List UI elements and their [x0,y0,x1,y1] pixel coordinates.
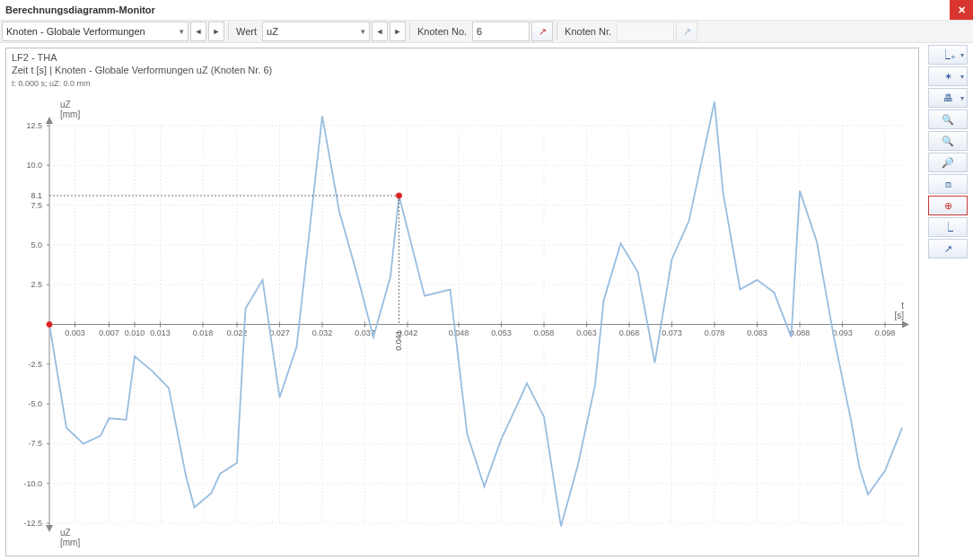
quantity-combo[interactable]: Knoten - Globale Verformungen ▾ [2,22,188,41]
svg-text:0.058: 0.058 [534,328,555,337]
wert-prev-button[interactable]: ◄ [372,22,388,41]
svg-text:12.5: 12.5 [26,121,42,130]
quantity-next-button[interactable]: ► [208,22,224,41]
wert-next-button[interactable]: ► [390,22,406,41]
quantity-prev-button[interactable]: ◄ [190,22,206,41]
svg-text:t: t [901,301,904,311]
svg-text:0.041: 0.041 [394,330,403,351]
svg-marker-35 [46,525,53,532]
svg-marker-34 [46,117,53,124]
svg-text:[s]: [s] [894,311,904,320]
svg-text:0.018: 0.018 [193,328,214,337]
svg-point-100 [397,193,402,198]
quantity-combo-value: Knoten - Globale Verformungen [6,26,145,37]
svg-text:0.098: 0.098 [875,328,896,337]
svg-text:0.053: 0.053 [491,328,512,337]
svg-text:0.032: 0.032 [312,328,333,337]
chart-svg: -12.5-10.0-7.5-5.0-2.52.55.07.510.012.50… [6,48,918,556]
pick-node2-button: ↗ [676,22,697,41]
svg-text:8.1: 8.1 [31,191,42,200]
pick-node-button[interactable]: ↗ [531,22,553,41]
svg-text:0.073: 0.073 [662,328,682,337]
window-title: Berechnungsdiagramm-Monitor [5,0,155,20]
svg-text:10.0: 10.0 [26,161,42,170]
svg-text:0.003: 0.003 [65,328,85,337]
chevron-down-icon: ▾ [180,27,184,36]
plot-area[interactable]: LF2 - THA Zeit t [s] | Knoten - Globale … [5,48,919,556]
close-icon: ✕ [958,0,966,20]
wert-combo[interactable]: uZ ▾ [262,22,370,41]
svg-text:0.063: 0.063 [576,328,597,337]
svg-text:0.027: 0.027 [269,328,290,337]
svg-text:2.5: 2.5 [31,280,42,289]
svg-text:0.013: 0.013 [150,328,171,337]
node-no-input[interactable]: 6 [472,22,530,41]
pick-arrow-icon: ↗ [539,26,547,38]
svg-text:0.068: 0.068 [619,328,640,337]
svg-text:-12.5: -12.5 [23,519,42,528]
svg-text:0.007: 0.007 [99,328,119,337]
svg-point-101 [47,322,52,328]
svg-text:[mm]: [mm] [60,538,80,547]
svg-text:0.083: 0.083 [747,328,767,337]
svg-text:0.048: 0.048 [449,328,469,337]
node-nr-input [617,22,674,41]
svg-text:0.093: 0.093 [832,328,853,337]
node-no-label: Knoten No. [414,26,470,37]
pick-arrow-icon: ↗ [683,26,691,38]
svg-text:-7.5: -7.5 [28,439,42,448]
svg-text:0.088: 0.088 [790,328,811,337]
svg-text:-10.0: -10.0 [23,479,42,488]
svg-text:-2.5: -2.5 [28,360,42,369]
svg-text:0.010: 0.010 [125,328,145,337]
svg-text:uZ: uZ [60,100,71,109]
svg-text:0.078: 0.078 [705,328,725,337]
wert-label: Wert [232,26,260,37]
svg-text:[mm]: [mm] [60,109,80,119]
toolbar: Knoten - Globale Verformungen ▾ ◄ ► Wert… [0,21,973,43]
close-button[interactable]: ✕ [950,0,973,20]
wert-combo-value: uZ [267,26,278,37]
svg-text:uZ: uZ [60,528,71,538]
node-nr-label: Knoten Nr. [561,26,615,37]
svg-text:7.5: 7.5 [31,201,42,210]
svg-text:5.0: 5.0 [31,241,42,249]
svg-text:-5.0: -5.0 [28,399,42,408]
chevron-down-icon: ▾ [361,27,365,36]
svg-marker-32 [902,321,909,328]
